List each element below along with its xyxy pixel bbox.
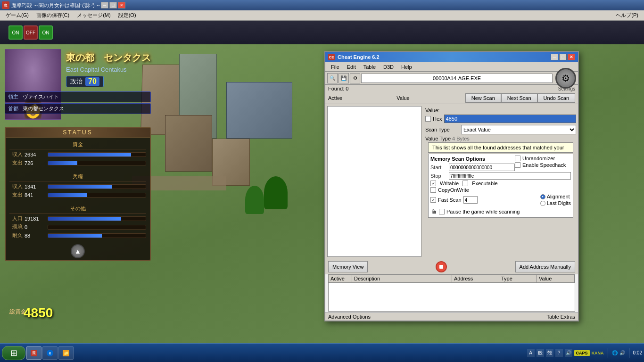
heirou-income-label: 収入 [9,183,23,190]
toolbar-btn-3[interactable]: ON [39,25,53,40]
add-address-button[interactable]: Add Address Manually [515,261,575,272]
ce-tool-btn-2[interactable]: 💾 [339,73,349,83]
shisan-income-label: 収入 [9,151,23,158]
status-title: STATUS [6,128,150,138]
ce-titlebar: CE Cheat Engine 6.2 ─ □ ✕ [325,52,578,62]
ce-stop-input[interactable] [449,172,571,180]
ce-menu-d3d[interactable]: D3D [380,63,397,71]
game-maximize-button[interactable]: □ [109,2,117,8]
ce-copyonwrite-checkbox[interactable] [430,187,436,193]
last-digits-radio[interactable] [540,201,545,206]
ce-fast-scan-row: Fast Scan Alignment Last Digits [430,194,571,206]
shisan-expense-bar [48,161,77,165]
description-col: Description [352,275,452,282]
ce-advanced-options[interactable]: Advanced Options [328,314,371,320]
ce-tool-btn-3[interactable]: ⚙ [350,73,360,83]
ce-minimize-button[interactable]: ─ [551,54,558,60]
game-window-controls: ─ □ ✕ [101,2,125,8]
durability-label: 耐久 [9,232,23,239]
ce-fastscan-input[interactable] [463,196,478,204]
heirou-expense-label: 支出 [9,191,23,198]
taskbar-item-game[interactable]: 魔 [26,346,41,360]
ce-table-extras[interactable]: Table Extras [546,314,575,320]
ce-value-label: Value: [425,107,449,113]
ce-pause-checkbox[interactable] [439,209,445,214]
ce-lower-table: Active Description Address Type Value [328,274,575,312]
game-menu-message[interactable]: メッセージ(M) [73,11,115,20]
ce-close-button[interactable]: ✕ [568,54,575,60]
game-menu-game[interactable]: ゲーム(G) [2,11,33,20]
type-col: Type [499,275,537,282]
ce-stop-button[interactable] [436,261,447,272]
game-menubar: ゲーム(G) 画像の保存(C) メッセージ(M) 設定(O) ヘルプ(P) [0,10,644,21]
environment-bar-container [48,225,146,230]
speedhack-checkbox[interactable] [515,162,520,168]
ce-address-input[interactable] [361,74,553,83]
ce-fastscan-label: Fast Scan [438,197,462,203]
new-scan-button[interactable]: New Scan [465,93,501,103]
ce-maximize-button[interactable]: □ [559,54,567,60]
game-menu-settings[interactable]: 設定(O) [115,11,140,20]
ce-scan-options: Value: Hex Scan Type Exact Value Bigger … [423,104,578,259]
taskbar-item-ie[interactable]: e [42,346,58,360]
game-minimize-button[interactable]: ─ [101,2,108,8]
ce-fastscan-checkbox[interactable] [430,197,436,203]
tray-divider [608,348,608,358]
ce-menu-edit[interactable]: Edit [343,63,360,71]
ce-pointer-pause-row: 🖱 Pause the game while scanning [430,208,571,215]
environment-label: 環境 [9,223,23,230]
alignment-label: Alignment [547,194,570,199]
ce-value-type-label: Value Type [425,136,451,141]
lord-label: 領主 [8,94,18,99]
game-menu-help[interactable]: ヘルプ(P) [612,11,642,20]
ce-writable-label: Writable [440,181,459,186]
ce-pause-label: Pause the game while scanning [446,209,520,214]
caps-indicator: CAPS [574,350,590,356]
ce-start-label: Start [430,165,447,170]
ce-settings-icon[interactable]: ⚙ [555,68,576,89]
tray-icon-4: ? [555,349,563,357]
ce-copyonwrite-row: CopyOnWrite [430,187,571,193]
ce-menu-table[interactable]: Table [360,63,380,71]
lord-row: 領主 ヴァイスハイト [8,93,148,100]
ce-scan-type-label: Scan Type [425,127,458,132]
taskbar: ⊞ 魔 e 📁 A 般 殻 ? 🔊 CAPS KANA 🌐 🔊 0:02 [0,343,644,362]
population-label: 人口 [9,215,23,222]
start-button[interactable]: ⊞ [2,346,25,360]
ce-lower-table-header: Active Description Address Type Value [329,275,575,283]
ce-address-area [361,74,553,83]
toolbar-btn-1[interactable]: ON [8,25,23,40]
alignment-radio[interactable] [540,194,545,199]
left-panel: 👩 東の都 センタクス East Capital Centakus 政治 70 [0,44,160,343]
toolbar-btn-2[interactable]: OFF [24,25,38,40]
ce-address-list[interactable] [327,106,421,257]
unrandomizer-checkbox[interactable] [515,156,520,161]
unrandomizer-row: Unrandomizer [515,156,576,161]
memory-view-button[interactable]: Memory View [328,261,368,272]
ce-start-input[interactable] [449,164,515,171]
shisan-income-bar [48,153,131,156]
ce-scan-type-dropdown[interactable]: Exact Value Bigger than... Smaller than.… [461,125,576,134]
ce-executable-label: Executable [472,181,497,186]
game-menu-image[interactable]: 画像の保存(C) [33,11,73,20]
ce-title: Cheat Engine 6.2 [338,54,551,60]
ce-pointer-icon[interactable]: 🖱 [430,208,437,215]
ce-menu-file[interactable]: File [327,63,343,71]
heirou-title: 兵糧 [9,173,146,181]
game-toolbar: ON OFF ON 左ドラッグで画面移動します 編成 システム [0,21,644,44]
ce-executable-checkbox[interactable] [462,181,468,186]
taskbar-item-explorer[interactable]: 📁 [58,346,74,360]
next-scan-button[interactable]: Next Scan [501,93,537,103]
ce-value-input[interactable] [444,115,576,123]
heirou-expense-row: 支出 841 [9,191,146,198]
time-display: 0:02 [633,350,642,355]
game-close-button[interactable]: ✕ [118,2,125,8]
ce-tool-btn-1[interactable]: 🔍 [327,73,338,83]
ce-menu-help[interactable]: Help [397,63,416,71]
up-arrow-button[interactable]: ▲ [71,244,85,258]
ce-content-area: Value: Hex Scan Type Exact Value Bigger … [325,104,578,259]
ce-value-header: Value [396,95,465,101]
ce-hex-checkbox[interactable] [425,116,431,122]
ce-writable-checkbox[interactable] [430,181,436,186]
undo-scan-button[interactable]: Undo Scan [537,93,575,103]
